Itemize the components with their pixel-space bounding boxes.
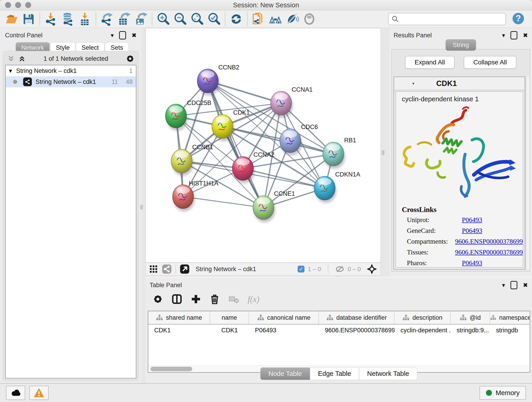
- panel-menu-icon[interactable]: ▾: [111, 32, 114, 38]
- string-results-tab[interactable]: String: [446, 39, 476, 51]
- panel-menu-icon[interactable]: ▾: [502, 282, 505, 288]
- export-table-button[interactable]: [115, 12, 133, 27]
- hide-glass-ball-button[interactable]: [284, 12, 301, 27]
- cloud-icon: [10, 389, 21, 397]
- network-node-hist1h1a[interactable]: HIST1H1A: [172, 180, 218, 211]
- save-session-button[interactable]: [20, 12, 37, 27]
- svg-text:?: ?: [515, 13, 521, 23]
- network-row-selected[interactable]: String Network – cdk1 11 48: [6, 76, 136, 87]
- hidden-elements-eye-icon[interactable]: [335, 264, 344, 274]
- cell-database-identifier[interactable]: 9606.ENSP00000378699: [319, 327, 394, 334]
- results-scrollbar[interactable]: [526, 77, 530, 269]
- node-label: RB1: [344, 137, 356, 144]
- float-panel-icon[interactable]: [510, 31, 517, 39]
- view-share-icon[interactable]: [162, 264, 172, 274]
- column-type-icon: [326, 314, 334, 321]
- expand-all-icon[interactable]: [18, 55, 26, 62]
- panel-menu-icon[interactable]: ▾: [502, 32, 505, 38]
- network-node-ccnb1[interactable]: CCNB1: [171, 144, 213, 176]
- show-columns-icon[interactable]: [172, 294, 182, 304]
- import-table-icon: [78, 12, 91, 26]
- cloud-status-button[interactable]: [6, 386, 25, 400]
- open-session-button[interactable]: [3, 12, 20, 27]
- gene-description: cyclin-dependent kinase 1: [396, 92, 523, 103]
- left-splitter-handle[interactable]: [140, 205, 143, 210]
- column-header-description[interactable]: description: [394, 311, 451, 324]
- fit-selected-crosshair-icon[interactable]: [366, 264, 377, 274]
- table-header-row: shared name name canonical name database…: [148, 311, 530, 325]
- refresh-button[interactable]: [228, 12, 245, 27]
- function-builder-icon[interactable]: f(x): [248, 294, 259, 304]
- expand-all-button[interactable]: Expand All: [405, 56, 455, 69]
- network-node-cdkn1a[interactable]: CDKN1A: [314, 171, 360, 203]
- float-panel-icon[interactable]: [510, 281, 517, 289]
- collapse-all-button[interactable]: Collapse All: [464, 56, 516, 69]
- table-row[interactable]: CDK1 CDK1 P06493 9606.ENSP00000378699 cy…: [148, 325, 530, 336]
- import-network-button[interactable]: [42, 12, 59, 27]
- delete-table-icon[interactable]: [228, 294, 239, 304]
- crosslink-row: GeneCard: P06493: [407, 227, 523, 235]
- export-network-button[interactable]: [99, 12, 115, 27]
- network-node-cdc6[interactable]: CDC6: [280, 123, 318, 155]
- add-column-icon[interactable]: [191, 294, 201, 304]
- zoom-selected-button[interactable]: [206, 12, 222, 27]
- cell-namespace[interactable]: stringdb: [490, 327, 530, 334]
- network-collection-row[interactable]: ▾ String Network – cdk1 1: [6, 65, 136, 76]
- search-input[interactable]: [399, 15, 503, 23]
- network-canvas[interactable]: CCNB2CCNA1CDC25BCDK1CDC6RB1CCNB1CCNA2CDK…: [146, 28, 381, 263]
- close-panel-icon[interactable]: ✖: [523, 32, 528, 38]
- compartments-link[interactable]: 9606.ENSP00000378699: [455, 238, 523, 245]
- tab-edge-table[interactable]: Edge Table: [310, 367, 359, 380]
- selected-nodes-checkbox[interactable]: ✓: [298, 266, 304, 273]
- delete-column-icon[interactable]: [210, 294, 220, 304]
- column-header-database-identifier[interactable]: database identifier: [319, 311, 394, 324]
- cell-description[interactable]: cyclin-dependent ...: [394, 327, 451, 334]
- zoom-fit-button[interactable]: [189, 12, 206, 27]
- uniprot-link[interactable]: P06493: [462, 216, 482, 224]
- zoom-out-button[interactable]: [172, 12, 189, 27]
- open-view-window-icon[interactable]: [180, 264, 190, 274]
- import-database-button[interactable]: [59, 12, 76, 27]
- birdseye-view-icon[interactable]: [149, 264, 158, 274]
- close-panel-icon[interactable]: ✖: [523, 282, 528, 288]
- node-label: CCNB2: [218, 64, 239, 71]
- tab-network-table[interactable]: Network Table: [359, 367, 417, 380]
- pharos-link[interactable]: P06493: [462, 259, 482, 267]
- string-document-button[interactable]: [250, 12, 267, 27]
- right-splitter-handle[interactable]: [382, 150, 385, 155]
- search-field[interactable]: [388, 13, 506, 25]
- network-node-ccne1[interactable]: CCNE1: [253, 190, 295, 222]
- window-title: Session: New Session: [0, 1, 532, 9]
- network-view-toolbar: String Network – cdk1 ✓ 1 – 0 0 – 0: [146, 263, 381, 275]
- memory-button[interactable]: Memory: [480, 386, 526, 400]
- network-graph[interactable]: CCNB2CCNA1CDC25BCDK1CDC6RB1CCNB1CCNA2CDK…: [146, 28, 380, 262]
- collapse-all-icon[interactable]: [7, 55, 15, 62]
- tree-expand-icon[interactable]: ▾: [9, 67, 12, 75]
- table-options-gear-icon[interactable]: [153, 294, 163, 304]
- close-panel-icon[interactable]: ✖: [132, 32, 137, 38]
- cell-canonical-name[interactable]: P06493: [249, 327, 319, 334]
- cell-name[interactable]: CDK1: [210, 327, 249, 334]
- crosslink-row: Compartments: 9606.ENSP00000378699: [407, 238, 523, 245]
- export-image-button[interactable]: [133, 12, 149, 27]
- tab-node-table[interactable]: Node Table: [260, 367, 310, 380]
- column-header-name[interactable]: name: [210, 311, 249, 324]
- genecard-link[interactable]: P06493: [462, 227, 482, 235]
- show-glass-ball-button[interactable]: [301, 12, 318, 27]
- float-panel-icon[interactable]: [119, 31, 126, 39]
- gene-collapse-icon[interactable]: ▾: [412, 81, 414, 86]
- cell-id[interactable]: stringdb:9...: [451, 327, 490, 334]
- column-header-canonical-name[interactable]: canonical name: [249, 311, 319, 324]
- cell-shared-name[interactable]: CDK1: [148, 327, 210, 334]
- column-header-shared-name[interactable]: shared name: [148, 311, 210, 324]
- import-table-button[interactable]: [76, 12, 93, 27]
- binoculars-button[interactable]: [267, 12, 284, 27]
- zoom-in-button[interactable]: [155, 12, 172, 27]
- column-header-id[interactable]: @id: [451, 311, 490, 324]
- help-button[interactable]: ?: [512, 12, 525, 26]
- network-options-gear-icon[interactable]: [126, 54, 134, 63]
- network-node-rb1[interactable]: RB1: [323, 137, 356, 169]
- tissues-link[interactable]: 9606.ENSP00000378699: [455, 249, 523, 256]
- column-header-namespace[interactable]: namespace: [490, 311, 530, 324]
- warnings-button[interactable]: [29, 386, 49, 400]
